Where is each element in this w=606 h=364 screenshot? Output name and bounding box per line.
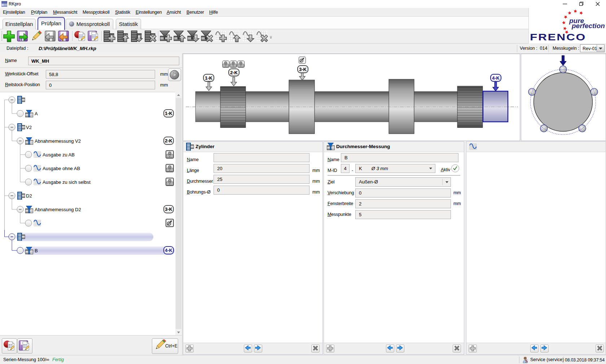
svg-text:Ausgabe zu sich selbst: Ausgabe zu sich selbst [43,179,91,185]
svg-text:Ausgabe zu AB: Ausgabe zu AB [43,152,75,157]
svg-text:Abnahmemessung D2: Abnahmemessung D2 [35,207,81,212]
svg-text:V2: V2 [26,125,32,130]
svg-text:S: S [525,358,528,363]
svg-text:FRENCO: FRENCO [530,32,586,42]
svg-text:D2: D2 [26,193,32,199]
svg-text:Abnahmemessung V2: Abnahmemessung V2 [35,138,81,144]
svg-text:Ausgabe ohne AB: Ausgabe ohne AB [43,166,80,171]
svg-text:A: A [35,111,38,116]
svg-text:perfection: perfection [571,22,605,30]
svg-text:B: B [35,248,38,253]
